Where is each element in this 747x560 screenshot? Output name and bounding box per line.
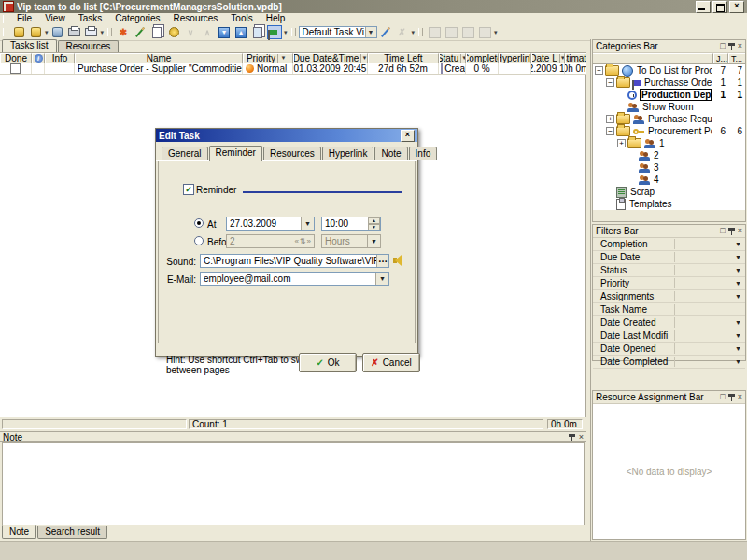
- dropdown-icon[interactable]: ▼: [735, 241, 741, 247]
- collapse-icon[interactable]: −: [606, 78, 614, 87]
- note-pin-icon[interactable]: [569, 433, 575, 441]
- report-1-button[interactable]: [427, 25, 442, 39]
- duplicate-task-button[interactable]: [149, 25, 164, 39]
- print-button[interactable]: [67, 25, 82, 39]
- categories-col1[interactable]: J...: [713, 53, 728, 63]
- restore-button[interactable]: [712, 1, 727, 13]
- time-spin-buttons[interactable]: ▲▼: [368, 217, 380, 230]
- move-up-button[interactable]: ∧: [200, 25, 215, 39]
- column-header-datel[interactable]: Date L▼: [531, 53, 565, 63]
- cancel-button[interactable]: ✗Cancel: [362, 353, 420, 372]
- before-value-spinner[interactable]: 2 «⇅»: [226, 234, 315, 248]
- reopen-task-button[interactable]: ▴: [233, 25, 248, 39]
- filter-priority[interactable]: Priority▼: [593, 277, 745, 290]
- delete-view-button[interactable]: ✗: [395, 25, 410, 39]
- filter-due-date[interactable]: Due Date▼: [593, 251, 745, 264]
- tree-item-purchase-orders[interactable]: − Purchasse Orders 11: [593, 77, 745, 89]
- expand-icon[interactable]: +: [606, 115, 614, 123]
- column-header-info[interactable]: Info: [45, 53, 75, 63]
- report-2-button[interactable]: [444, 25, 458, 39]
- filter-date-last-modified[interactable]: Date Last Modifi▼: [593, 329, 745, 343]
- cell-due[interactable]: 01.03.2009 20:45: [293, 63, 368, 74]
- dropdown-icon[interactable]: ▼: [735, 332, 741, 339]
- column-header-hyperlink[interactable]: Hyperlink: [499, 53, 531, 63]
- dialog-tab-general[interactable]: General: [162, 147, 208, 160]
- cell-name[interactable]: Purchase Order - Supplier "Commodities a…: [75, 63, 243, 74]
- column-header-name[interactable]: Name: [75, 53, 243, 63]
- cell-priority[interactable]: Normal: [243, 63, 293, 74]
- dialog-tab-hyperlink[interactable]: Hyperlink: [322, 147, 374, 160]
- column-header-due[interactable]: Due Date&Time▼: [293, 53, 368, 63]
- save-database-button[interactable]: [50, 25, 65, 39]
- dropdown-icon[interactable]: ▼: [735, 358, 741, 365]
- report-3-button[interactable]: [460, 25, 475, 39]
- filter-status[interactable]: Status▼: [593, 264, 745, 277]
- tab-resources[interactable]: Resources: [58, 40, 120, 52]
- report-dropdown[interactable]: ▾: [494, 29, 498, 36]
- filter-date-created[interactable]: Date Created▼: [593, 316, 745, 329]
- column-header-flag[interactable]: i: [32, 53, 45, 63]
- expand-icon[interactable]: +: [617, 139, 626, 147]
- done-checkbox[interactable]: [10, 63, 21, 74]
- menu-file[interactable]: File: [10, 13, 38, 24]
- note-close-icon[interactable]: ×: [579, 433, 584, 441]
- menu-resources[interactable]: Resources: [167, 13, 225, 24]
- ok-button[interactable]: ✓Ok: [299, 353, 357, 372]
- dropdown-icon[interactable]: ▼: [735, 293, 741, 300]
- dialog-tab-reminder[interactable]: Reminder: [209, 146, 262, 161]
- selected-category[interactable]: Production Department: [640, 89, 712, 101]
- edit-task-button[interactable]: [133, 25, 148, 39]
- close-button[interactable]: ×: [729, 1, 744, 13]
- email-input[interactable]: employee@mail.com▼: [200, 272, 389, 286]
- complete-task-button[interactable]: ▾: [217, 25, 232, 39]
- column-header-complete[interactable]: Complete: [466, 53, 499, 63]
- dialog-tab-note[interactable]: Note: [374, 147, 407, 160]
- dropdown-icon[interactable]: ▼: [735, 254, 741, 260]
- sound-path-input[interactable]: C:\Program Files\VIP Quality Software\VI…: [200, 254, 389, 268]
- email-dropdown-icon[interactable]: ▼: [375, 273, 388, 285]
- categories-close-icon[interactable]: ×: [738, 42, 742, 50]
- resource-close-icon[interactable]: ×: [738, 393, 742, 401]
- menu-tools[interactable]: Tools: [224, 13, 259, 24]
- new-database-button[interactable]: [11, 25, 26, 39]
- categories-maximize-icon[interactable]: □: [720, 42, 725, 50]
- before-radio[interactable]: [194, 236, 204, 245]
- at-radio[interactable]: [194, 218, 204, 228]
- workflow-dropdown[interactable]: ▾: [284, 29, 288, 36]
- tree-item-templates[interactable]: Templates: [593, 198, 745, 210]
- dropdown-icon[interactable]: ▼: [735, 280, 741, 287]
- dialog-tab-resources[interactable]: Resources: [263, 147, 321, 160]
- tree-item-root[interactable]: − To Do List for Procurement Mana 77: [593, 64, 745, 77]
- filter-date-completed[interactable]: Date Completed▼: [593, 356, 745, 369]
- tab-note[interactable]: Note: [2, 525, 36, 539]
- collapse-icon[interactable]: −: [606, 127, 614, 135]
- minimize-button[interactable]: [696, 1, 711, 13]
- filter-task-name[interactable]: Task Name: [593, 303, 745, 316]
- dialog-close-button[interactable]: ×: [401, 130, 415, 142]
- menu-help[interactable]: Help: [260, 13, 292, 24]
- menu-view[interactable]: View: [38, 13, 72, 24]
- move-down-button[interactable]: ∨: [183, 25, 198, 39]
- tree-item-policy-2[interactable]: 2: [593, 149, 745, 161]
- dropdown-icon[interactable]: ▼: [735, 267, 741, 273]
- print-preview-button[interactable]: [84, 25, 99, 39]
- dialog-title-bar[interactable]: Edit Task ×: [156, 129, 417, 142]
- tab-tasks-list[interactable]: Tasks list: [2, 39, 57, 52]
- categories-pin-icon[interactable]: [728, 42, 735, 50]
- column-header-status[interactable]: Statu▼: [439, 53, 466, 63]
- collapse-icon[interactable]: −: [595, 66, 603, 75]
- priority-filter-dropdown[interactable]: ▼: [277, 53, 289, 63]
- resource-maximize-icon[interactable]: □: [720, 393, 725, 401]
- reminder-time-spinner[interactable]: 10:00 ▲▼: [321, 217, 381, 231]
- dialog-tab-info[interactable]: Info: [409, 147, 438, 160]
- task-row[interactable]: Purchase Order - Supplier "Commodities a…: [0, 63, 586, 75]
- new-task-button[interactable]: ✱: [116, 25, 131, 39]
- tree-item-scrap[interactable]: Scrap: [593, 186, 745, 198]
- open-database-button[interactable]: [28, 25, 43, 39]
- note-text-area[interactable]: [2, 442, 585, 525]
- menu-categories[interactable]: Categories: [108, 13, 166, 24]
- tree-item-purchase-requests[interactable]: + Purchase Requets: [593, 113, 745, 125]
- filter-assignments[interactable]: Assignments▼: [593, 290, 745, 303]
- column-header-estimated[interactable]: Estimated: [565, 53, 586, 63]
- report-4-button[interactable]: [477, 25, 492, 39]
